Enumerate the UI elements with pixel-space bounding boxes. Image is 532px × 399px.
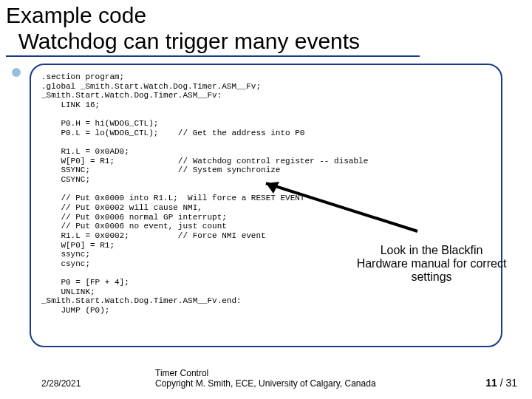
footer-copyright: Timer Control Copyright M. Smith, ECE, U… xyxy=(155,368,458,389)
annotation-line-2: Hardware manual for correct settings xyxy=(357,257,507,283)
footer-page: 11 / 31 xyxy=(458,377,532,389)
code-line: _Smith.Start.Watch.Dog.Timer.ASM__Fv.end… xyxy=(41,296,242,305)
code-line: csync; xyxy=(41,259,90,268)
slide-footer: 2/28/2021 Timer Control Copyright M. Smi… xyxy=(0,368,532,389)
footer-date: 2/28/2021 xyxy=(0,378,155,389)
code-line: P0.L = lo(WDOG_CTL); // Get the address … xyxy=(41,129,304,137)
code-line: LINK 16; xyxy=(41,100,100,109)
code-line: ssync; xyxy=(41,250,90,259)
code-line: // Put 0x0006 no event, just count xyxy=(41,222,227,231)
code-line: UNLINK; xyxy=(41,287,95,296)
code-line: P0.H = hi(WDOG_CTL); xyxy=(41,119,158,128)
title-line-1: Example code xyxy=(6,3,146,27)
code-line: // Put 0x0002 will cause NMI, xyxy=(41,203,202,212)
code-line: SSYNC; // System synchronize xyxy=(41,166,280,174)
annotation-text: Look in the Blackfin Hardware manual for… xyxy=(335,244,528,284)
code-listing: .section program; .global _Smith.Start.W… xyxy=(30,64,502,347)
annotation-line-1: Look in the Blackfin xyxy=(381,244,483,256)
code-line: .global _Smith.Start.Watch.Dog.Timer.ASM… xyxy=(41,82,261,91)
code-line: P0 = [FP + 4]; xyxy=(41,278,129,287)
slide-title: Example code Watchdog can trigger many e… xyxy=(0,0,532,57)
code-line: // Put 0x0006 normal GP interrupt; xyxy=(41,213,227,222)
code-line: R1.L = 0x0AD0; xyxy=(41,147,129,156)
page-sep: / xyxy=(497,377,506,389)
code-line: W[P0] = R1; xyxy=(41,241,115,250)
code-line: _Smith.Start.Watch.Dog.Timer.ASM__Fv: xyxy=(41,91,222,100)
footer-mid-2: Copyright M. Smith, ECE, University of C… xyxy=(155,378,376,389)
code-line: CSYNC; xyxy=(41,175,90,184)
title-line-2: Watchdog can trigger many events xyxy=(18,29,360,53)
page-total: 31 xyxy=(505,377,517,389)
title-heading: Example code Watchdog can trigger many e… xyxy=(6,3,420,57)
bullet-decor xyxy=(12,68,21,77)
code-line: W[P0] = R1; // Watchdog control register… xyxy=(41,157,368,166)
code-line: // Put 0x0000 into R1.L; Will force a RE… xyxy=(41,194,304,202)
code-line: .section program; xyxy=(41,72,124,81)
code-line: JUMP (P0); xyxy=(41,306,109,315)
code-line: R1.L = 0x0002; // Force NMI event xyxy=(41,231,266,240)
footer-mid-1: Timer Control xyxy=(155,368,208,378)
page-current: 11 xyxy=(485,377,497,389)
